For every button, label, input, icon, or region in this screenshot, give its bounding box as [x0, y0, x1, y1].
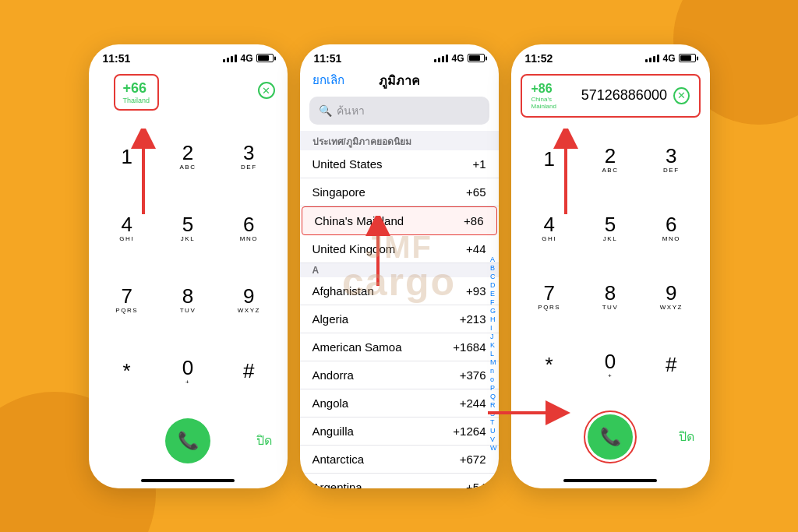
key-star[interactable]: *: [98, 337, 156, 406]
country-sg[interactable]: Singapore +65: [300, 178, 499, 206]
p3-key-6[interactable]: 6 MNO: [642, 196, 700, 261]
arrow3-container: [550, 129, 597, 225]
phone3-country: China's Mainland: [531, 96, 575, 110]
phone3-status-icons: 4G: [645, 53, 695, 64]
phone1-home-indicator: [141, 479, 235, 482]
p3-key-7[interactable]: 7 PQRS: [521, 264, 578, 329]
phone2-nav-title: ภูมิภาค: [379, 71, 420, 90]
phone3-clear-btn[interactable]: ✕: [673, 87, 690, 104]
country-us-name: United States: [312, 157, 383, 171]
p3-key-3[interactable]: 3 DEF: [642, 127, 700, 192]
arrow1-container: [128, 129, 175, 225]
phone1-flag-code: +66: [123, 80, 147, 97]
arrow4-container: [480, 393, 574, 435]
phone1-battery: [256, 54, 274, 62]
phone3-code-block: +86 China's Mainland: [531, 82, 575, 110]
p3-key-9[interactable]: 9 WXYZ: [642, 264, 700, 329]
country-ar[interactable]: Argentina +54: [300, 474, 499, 488]
country-ar-name: Argentina: [312, 481, 362, 488]
phone1-4g-label: 4G: [240, 53, 252, 64]
country-ai-name: Anguilla: [312, 425, 354, 438]
phone2-status-bar: 11:51 4G: [300, 44, 499, 68]
country-as[interactable]: American Samoa +1684: [300, 333, 499, 361]
phone3-4g: 4G: [662, 53, 675, 64]
phone3-number: 57126886000: [581, 87, 667, 104]
key-3[interactable]: 3 DEF: [220, 123, 277, 192]
country-china-code: +86: [464, 214, 483, 227]
phone3-close-label[interactable]: ปิด: [679, 427, 694, 446]
key-6[interactable]: 6 MNO: [220, 194, 277, 262]
phone2-battery: [468, 54, 485, 62]
country-us[interactable]: United States +1: [300, 150, 499, 178]
phone2-signal-bars: [434, 55, 448, 62]
phone3-home-indicator: [563, 479, 657, 482]
phone1-flag-box[interactable]: +66 Thailand: [114, 74, 160, 111]
phone3-status-bar: 11:52 4G: [511, 44, 710, 68]
key-9[interactable]: 9 WXYZ: [220, 266, 277, 334]
phone2-nav: ยกเลิก ภูมิภาค: [300, 68, 499, 97]
search-icon: 🔍: [319, 104, 332, 117]
country-ar-code: +54: [466, 481, 486, 488]
key-0[interactable]: 0 +: [159, 337, 217, 406]
country-ad[interactable]: Andorra +376: [300, 361, 499, 389]
arrow2-container: [362, 216, 409, 297]
phone1-status-bar: 11:51 4G: [89, 44, 288, 68]
country-al[interactable]: Algeria +213: [300, 305, 499, 333]
phone2-country-list: United States +1 Singapore +65 China's M…: [300, 150, 499, 488]
phone1-close-label[interactable]: ปิด: [256, 431, 272, 450]
phone1-flag-country: Thailand: [123, 97, 150, 104]
key-7[interactable]: 7 PQRS: [98, 266, 156, 334]
country-ao-name: Angola: [312, 396, 349, 410]
country-us-code: +1: [472, 157, 486, 171]
phone1-call-icon: 📞: [178, 431, 199, 451]
phone3-code: +86: [531, 82, 575, 96]
phone3-battery: [679, 54, 696, 62]
phone1-time: 11:51: [103, 52, 131, 65]
arrow2-svg: [362, 216, 409, 294]
key-8[interactable]: 8 TUV: [159, 266, 217, 334]
phone1-clear-btn[interactable]: ✕: [258, 82, 275, 99]
phone3-wrapper: 11:52 4G +86: [511, 44, 710, 488]
country-sg-code: +65: [466, 185, 486, 199]
phone1-battery-fill: [258, 55, 269, 61]
bar3: [231, 56, 233, 62]
p3-key-hash[interactable]: #: [642, 333, 700, 398]
p3-key-0[interactable]: 0 +: [581, 333, 639, 398]
phone1-call-button[interactable]: 📞: [165, 418, 210, 463]
country-aq[interactable]: Antarctica +672: [300, 446, 499, 474]
country-ai[interactable]: Anguilla +1264: [300, 417, 499, 446]
phone3-call-btn-wrapper: 📞: [584, 410, 637, 463]
arrow3-svg: [550, 129, 597, 222]
phone1-keypad: 1 2 ABC 3 DEF 4 GHI: [89, 117, 288, 412]
phone1-signal-bars: [223, 55, 237, 62]
phone2-cancel-btn[interactable]: ยกเลิก: [312, 71, 344, 90]
bar4: [235, 55, 237, 62]
phone2-wrapper: 11:51 4G ยกเลิก: [300, 44, 499, 488]
phone2-status-icons: 4G: [434, 53, 484, 64]
phone3-time: 11:52: [525, 52, 553, 65]
alphabet-index: AB CD EF GH IJ KL Mn oP QR ST UV W: [490, 150, 497, 488]
country-aq-name: Antarctica: [312, 453, 365, 466]
country-ao[interactable]: Angola +244: [300, 389, 499, 417]
phone3-battery-fill: [680, 55, 691, 61]
phone3-keypad: 1 2 ABC 3 DEF 4 GHI 5 JKL: [511, 121, 710, 404]
country-aq-code: +672: [460, 453, 486, 466]
country-al-code: +213: [460, 312, 486, 326]
phone1-dialer-bottom: 📞 ปิด: [89, 412, 288, 476]
country-as-code: +1684: [453, 340, 486, 354]
p3-key-8[interactable]: 8 TUV: [581, 264, 639, 329]
p3-key-star[interactable]: *: [521, 333, 578, 398]
bar2: [227, 58, 229, 62]
phone2-search-placeholder: ค้นหา: [337, 102, 365, 119]
arrow1-svg: [128, 129, 175, 222]
phone1-frame: 11:51 4G: [89, 44, 288, 488]
country-ad-name: Andorra: [312, 368, 354, 382]
country-as-name: American Samoa: [312, 340, 402, 354]
key-hash[interactable]: #: [220, 337, 277, 406]
country-al-name: Algeria: [312, 312, 349, 326]
phone2-battery-fill: [469, 55, 480, 61]
phone3-call-icon: 📞: [600, 427, 621, 447]
phone2-search-bar[interactable]: 🔍 ค้นหา: [309, 97, 489, 125]
phone3-call-button[interactable]: 📞: [588, 414, 633, 460]
phone1-dialer: +66 Thailand ✕ 1 2 ABC: [89, 68, 288, 476]
